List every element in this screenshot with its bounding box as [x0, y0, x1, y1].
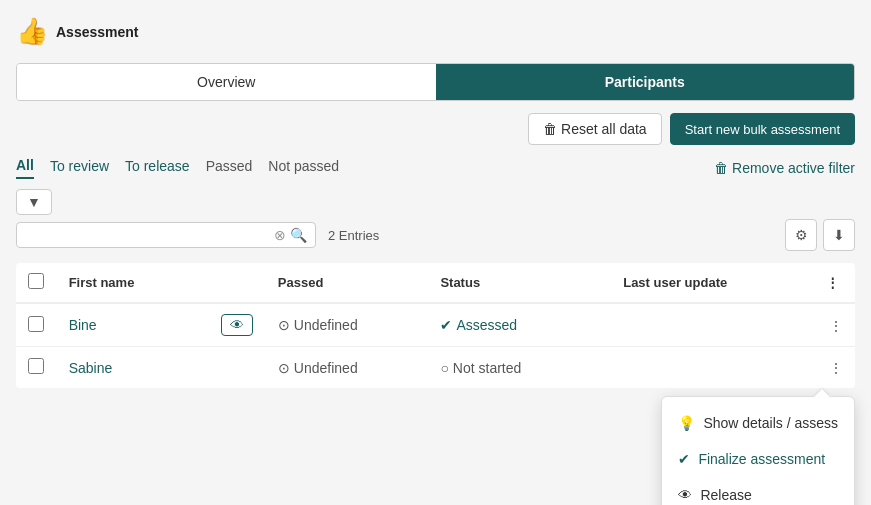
tabs-bar: Overview Participants [16, 63, 855, 101]
table-row: Sabine ⊙ Undefined ○ Not started ⋮ [16, 347, 855, 389]
last-update-bine [611, 303, 814, 347]
row-actions-dots-bine[interactable]: ⋮ [829, 318, 843, 334]
filter-tab-all[interactable]: All [16, 157, 34, 179]
filter-tab-to-release[interactable]: To release [125, 158, 190, 178]
col-header-last-update: Last user update [611, 263, 814, 303]
last-update-sabine [611, 347, 814, 389]
checkmark-icon: ✔ [678, 451, 690, 467]
page-title: 👍 Assessment [16, 16, 855, 47]
search-input[interactable] [25, 228, 274, 243]
trash-icon: 🗑 [714, 160, 728, 176]
circle-empty-icon: ○ [440, 360, 448, 376]
filter-tab-to-review[interactable]: To review [50, 158, 109, 178]
col-header-firstname: First name [57, 263, 209, 303]
filter-tab-not-passed[interactable]: Not passed [268, 158, 339, 178]
col-header-eye [209, 263, 266, 303]
col-header-passed: Passed [266, 263, 429, 303]
circle-icon: ⊙ [278, 317, 290, 333]
row-name-sabine[interactable]: Sabine [69, 360, 113, 376]
table-row: Bine 👁 ⊙ Undefined ✔ Assessed [16, 303, 855, 347]
tab-participants[interactable]: Participants [436, 64, 855, 100]
status-sabine: ○ Not started [440, 360, 599, 376]
col-header-status: Status [428, 263, 611, 303]
start-bulk-assessment-button[interactable]: Start new bulk assessment [670, 113, 855, 145]
remove-active-filter[interactable]: 🗑 Remove active filter [714, 160, 855, 176]
tab-overview[interactable]: Overview [17, 64, 436, 100]
row-actions-dots-sabine[interactable]: ⋮ [829, 360, 843, 376]
context-menu-item-finalize[interactable]: ✔ Finalize assessment [662, 441, 854, 477]
col-header-actions: ⋮ [814, 263, 855, 303]
circle-icon: ⊙ [278, 360, 290, 376]
status-bine: ✔ Assessed [440, 317, 599, 333]
row-checkbox-sabine[interactable] [28, 358, 44, 374]
filter-tab-passed[interactable]: Passed [206, 158, 253, 178]
download-icon-button[interactable]: ⬇ [823, 219, 855, 251]
check-icon: ✔ [440, 317, 452, 333]
filter-tabs: All To review To release Passed Not pass… [16, 157, 339, 179]
reset-icon: 🗑 [543, 121, 557, 137]
context-menu-caret [814, 389, 830, 397]
clear-icon[interactable]: ⊗ [274, 227, 286, 243]
search-icon[interactable]: 🔍 [290, 227, 307, 243]
passed-bine: ⊙ Undefined [278, 317, 417, 333]
context-menu-item-show-details[interactable]: 💡 Show details / assess [662, 405, 854, 441]
search-container: ⊗ 🔍 [16, 222, 316, 248]
dropdown-chevron[interactable]: ▼ [16, 189, 52, 215]
settings-icon-button[interactable]: ⚙ [785, 219, 817, 251]
eye-icon: 👁 [678, 487, 692, 503]
reset-all-data-button[interactable]: 🗑 Reset all data [528, 113, 661, 145]
row-name-bine[interactable]: Bine [69, 317, 97, 333]
context-menu-item-release[interactable]: 👁 Release [662, 477, 854, 505]
eye-button-bine[interactable]: 👁 [221, 314, 253, 336]
row-checkbox-bine[interactable] [28, 316, 44, 332]
entries-count: 2 Entries [328, 228, 379, 243]
select-all-checkbox[interactable] [28, 273, 44, 289]
bulb-icon: 💡 [678, 415, 695, 431]
thumb-icon: 👍 [16, 16, 48, 47]
context-menu: 💡 Show details / assess ✔ Finalize asses… [661, 396, 855, 505]
passed-sabine: ⊙ Undefined [278, 360, 417, 376]
